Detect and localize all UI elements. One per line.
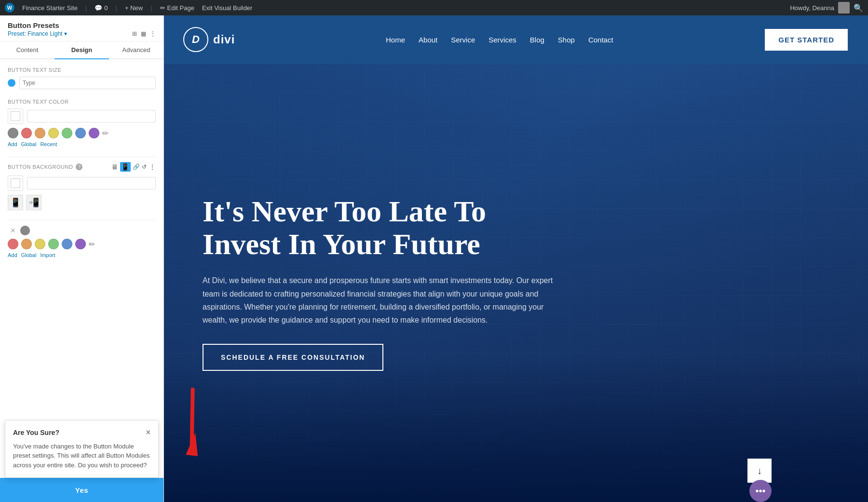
swatch-blue[interactable]: [75, 128, 86, 138]
dots-icon: •••: [755, 486, 765, 497]
button-text-color-label: Button Text Color: [8, 99, 156, 105]
site-logo: D divi: [183, 27, 235, 52]
avatar: [838, 2, 850, 14]
hero-section: It's Never Too Late To Invest In Your Fu…: [164, 64, 868, 502]
panel-header: Button Presets Preset: Finance Light ▾ ⊞…: [0, 15, 163, 41]
background-preview-row: [8, 176, 156, 191]
nav-service[interactable]: Service: [451, 36, 475, 44]
tab-design[interactable]: Design: [54, 41, 109, 59]
main-content: D divi Home About Service Services Blog …: [164, 15, 868, 502]
logo-text: divi: [213, 33, 235, 46]
swatch-red[interactable]: [21, 128, 32, 138]
button-background-label: Button Background ? 🖥 📱 🔗 ↺ ⋮: [8, 162, 156, 172]
cross-icon[interactable]: ✕: [8, 225, 18, 236]
panel-title: Button Presets: [8, 21, 156, 29]
divider: [8, 157, 156, 157]
settings-panel: Button Presets Preset: Finance Light ▾ ⊞…: [0, 15, 164, 502]
tab-advanced[interactable]: Advanced: [109, 41, 163, 59]
scroll-down-button[interactable]: ↓: [747, 459, 772, 483]
scroll-down-icon: ↓: [757, 465, 762, 476]
swatch-purple[interactable]: [89, 128, 99, 138]
bottom-edit-icon[interactable]: ✏: [89, 240, 95, 249]
dialog-body: You've made changes to the Button Module…: [13, 442, 150, 470]
site-nav: Home About Service Services Blog Shop Co…: [386, 36, 613, 44]
nav-about[interactable]: About: [419, 36, 437, 44]
divider-2: [8, 220, 156, 220]
bottom-global-button[interactable]: Global: [21, 252, 37, 258]
button-text-color-group: Button Text Color ✏: [8, 99, 156, 147]
button-text-size-label: Button Text Size: [8, 67, 156, 73]
wp-logo-icon[interactable]: W: [5, 3, 14, 13]
bottom-swatch-gray[interactable]: [20, 226, 30, 235]
help-icon[interactable]: ?: [76, 163, 82, 170]
swatch-gray[interactable]: [8, 128, 18, 138]
color-hex-input[interactable]: [27, 110, 156, 122]
site-header: D divi Home About Service Services Blog …: [164, 15, 868, 64]
site-name[interactable]: Finance Starter Site: [22, 4, 78, 12]
tablet-icon[interactable]: 📱: [120, 162, 131, 172]
get-started-button[interactable]: GET STARTED: [764, 28, 849, 52]
bottom-button-group: ✕ ✏ Add Global Import: [8, 225, 156, 258]
user-menu[interactable]: Howdy, Deanna 🔍: [790, 2, 863, 14]
are-you-sure-dialog: Are You Sure? × You've made changes to t…: [5, 420, 159, 478]
main-layout: Button Presets Preset: Finance Light ▾ ⊞…: [0, 15, 868, 502]
tab-content[interactable]: Content: [0, 41, 54, 59]
nav-shop[interactable]: Shop: [558, 36, 575, 44]
recent-swatch-button[interactable]: Recent: [40, 141, 57, 147]
nav-home[interactable]: Home: [386, 36, 405, 44]
panel-tabs: Content Design Advanced: [0, 41, 163, 59]
swatch-yellow[interactable]: [48, 128, 59, 138]
bg-tablet-preview[interactable]: 📱: [8, 195, 23, 210]
yes-button[interactable]: Yes: [0, 478, 163, 502]
button-text-size-row: [8, 77, 156, 89]
bottom-row: ✕: [8, 225, 156, 236]
preset-link[interactable]: Preset: Finance Light ▾: [8, 30, 67, 37]
comment-count[interactable]: 💬 0: [95, 4, 108, 12]
bg-color-input[interactable]: [27, 177, 156, 190]
logo-circle: D: [183, 27, 208, 52]
swatch-green[interactable]: [62, 128, 72, 138]
close-dialog-button[interactable]: ×: [146, 428, 150, 437]
panel-subtitle[interactable]: Preset: Finance Light ▾ ⊞ ▦ ⋮: [8, 30, 156, 37]
bottom-swatch-yellow[interactable]: [35, 239, 45, 249]
new-button[interactable]: + New: [125, 4, 143, 12]
color-preview-box[interactable]: [8, 109, 23, 124]
edit-pencil-icon[interactable]: ✏: [102, 129, 108, 138]
edit-page-button[interactable]: ✏ Edit Page: [160, 4, 194, 12]
nav-contact[interactable]: Contact: [588, 36, 613, 44]
global-swatch-button[interactable]: Global: [21, 141, 37, 147]
button-text-size-input[interactable]: [19, 77, 156, 89]
bottom-swatch-orange[interactable]: [21, 239, 32, 249]
bottom-swatch-purple[interactable]: [75, 239, 86, 249]
nav-services[interactable]: Services: [488, 36, 516, 44]
bg-mobile-preview[interactable]: 📲: [26, 195, 41, 210]
hero-cta-button[interactable]: SCHEDULE A FREE CONSULTATION: [203, 344, 383, 371]
bottom-import-button[interactable]: Import: [40, 252, 55, 258]
hero-subtitle: At Divi, we believe that a secure and pr…: [203, 274, 559, 326]
swatch-orange[interactable]: [35, 128, 45, 138]
link-icon[interactable]: 🔗: [133, 163, 140, 170]
more-options-icon[interactable]: ⋮: [149, 163, 156, 171]
button-background-group: Button Background ? 🖥 📱 🔗 ↺ ⋮: [8, 162, 156, 210]
expand-icon[interactable]: ⊞: [132, 30, 137, 37]
bottom-swatch-red[interactable]: [8, 239, 18, 249]
bottom-swatch-green[interactable]: [48, 239, 59, 249]
bottom-swatch-blue[interactable]: [62, 239, 72, 249]
search-icon[interactable]: 🔍: [854, 3, 863, 13]
text-size-indicator: [8, 79, 15, 87]
bottom-add-button[interactable]: Add: [8, 252, 17, 258]
color-input-row: [8, 109, 156, 124]
add-swatch-button[interactable]: Add: [8, 141, 17, 147]
exit-visual-builder-button[interactable]: Exit Visual Builder: [202, 4, 253, 12]
layout-icon[interactable]: ▦: [141, 30, 146, 37]
bg-color-preview[interactable]: [8, 176, 23, 191]
reset-icon[interactable]: ↺: [142, 163, 147, 170]
dialog-title: Are You Sure? ×: [13, 428, 150, 437]
desktop-icon[interactable]: 🖥: [111, 163, 119, 171]
nav-blog[interactable]: Blog: [530, 36, 544, 44]
device-icon-group: 🖥 📱 🔗 ↺ ⋮: [111, 162, 156, 172]
edit-icon: ✏: [160, 4, 165, 12]
more-options-button[interactable]: •••: [749, 480, 772, 502]
more-icon[interactable]: ⋮: [150, 30, 156, 37]
color-swatches: ✏: [8, 128, 156, 138]
